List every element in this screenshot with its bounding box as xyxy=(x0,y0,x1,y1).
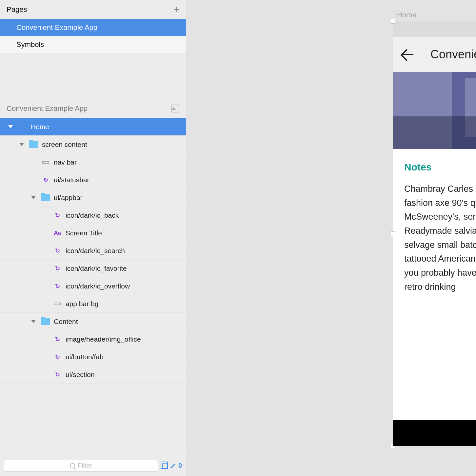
filter-input[interactable]: Filter xyxy=(4,460,158,472)
layer-row[interactable]: ui/appbar xyxy=(0,189,186,207)
layer-row[interactable]: ↻ui/statusbar xyxy=(0,171,186,189)
layer-row[interactable]: ↻image/header/img_office xyxy=(0,330,186,348)
symbol-icon: ↻ xyxy=(55,247,60,254)
duplicate-icon[interactable] xyxy=(162,463,168,469)
layer-row[interactable]: ↻ui/button/fab xyxy=(0,348,186,366)
layer-row[interactable]: AaScreen Title xyxy=(0,224,186,242)
pages-header: Pages + xyxy=(0,0,186,19)
folder-icon xyxy=(41,318,50,325)
status-bar: 12:30 xyxy=(393,21,476,37)
selection-controls: 0 xyxy=(162,462,182,469)
layer-label: ui/appbar xyxy=(54,194,83,202)
pages-header-title: Pages xyxy=(7,5,27,14)
screen-title: Convenient xyxy=(430,48,476,61)
canvas[interactable]: Home 12:30 Convenient ♥ Notes Chambray xyxy=(186,0,476,476)
hero-image xyxy=(393,72,476,149)
content-section: Notes Chambray Carles Terry Gibson balls… xyxy=(393,149,476,306)
selection-count: 0 xyxy=(178,462,182,469)
layer-row[interactable]: nav bar xyxy=(0,153,186,171)
layer-label: icon/dark/ic_back xyxy=(66,211,119,219)
layer-row[interactable]: app bar bg xyxy=(0,295,186,313)
layer-row[interactable]: ↻icon/dark/ic_overflow xyxy=(0,277,186,295)
symbol-icon: ↻ xyxy=(55,353,60,361)
layer-row[interactable]: screen content xyxy=(0,136,186,153)
text-icon: Aa xyxy=(54,230,61,236)
layer-row[interactable]: Home xyxy=(0,118,186,136)
resize-handle[interactable] xyxy=(391,231,395,236)
resize-handle[interactable] xyxy=(391,19,395,24)
layer-label: ui/section xyxy=(66,371,95,379)
symbol-icon: ↻ xyxy=(55,265,60,272)
layer-label: icon/dark/ic_overflow xyxy=(66,282,130,290)
symbol-icon: ↻ xyxy=(55,336,60,343)
layer-row[interactable]: Content xyxy=(0,313,186,330)
page-row[interactable]: Symbols xyxy=(0,36,186,53)
symbol-icon: ↻ xyxy=(55,212,60,219)
section-body: Chambray Carles Terry Gibson balls plaid… xyxy=(404,182,476,294)
filter-hint: Filter xyxy=(78,462,92,469)
scroll-to-artboard-icon[interactable] xyxy=(171,105,179,112)
section-title: Notes xyxy=(404,162,476,173)
layers-panel: Pages + Convenient Example App Symbols C… xyxy=(0,0,186,476)
symbol-icon: ↻ xyxy=(55,371,60,378)
layer-label: ui/button/fab xyxy=(66,353,104,361)
symbol-icon: ↻ xyxy=(43,176,48,184)
add-page-icon[interactable]: + xyxy=(173,5,179,14)
shape-icon xyxy=(42,161,49,164)
folder-icon xyxy=(41,194,50,201)
layer-list: Homescreen contentnav bar↻ui/statusbarui… xyxy=(0,118,186,455)
edit-icon[interactable] xyxy=(169,461,178,470)
layer-label: Home xyxy=(31,123,49,131)
layer-row[interactable]: ↻icon/dark/ic_favorite xyxy=(0,260,186,277)
layer-label: Content xyxy=(54,318,78,326)
layer-row[interactable]: ↻icon/dark/ic_search xyxy=(0,242,186,260)
artboard-group-title: Convenient Example App xyxy=(7,104,88,113)
symbol-icon: ↻ xyxy=(55,283,60,290)
shape-icon xyxy=(54,303,61,305)
nav-bar xyxy=(393,420,476,446)
layer-label: icon/dark/ic_favorite xyxy=(66,265,127,272)
page-row-selected[interactable]: Convenient Example App xyxy=(0,19,186,36)
layer-row[interactable]: ↻icon/dark/ic_back xyxy=(0,207,186,224)
app-bar: Convenient ♥ xyxy=(393,37,476,72)
artboard-label[interactable]: Home xyxy=(397,11,416,19)
artboard-group-header[interactable]: Convenient Example App xyxy=(0,99,186,118)
folder-icon xyxy=(29,141,38,148)
layer-row[interactable]: ↻ui/section xyxy=(0,366,186,384)
layer-label: icon/dark/ic_search xyxy=(66,247,125,255)
layer-label: screen content xyxy=(42,141,87,149)
artboard-home[interactable]: 12:30 Convenient ♥ Notes Chambray Carles… xyxy=(393,21,476,446)
search-icon xyxy=(70,463,75,468)
layer-label: app bar bg xyxy=(66,300,98,308)
back-icon[interactable] xyxy=(402,49,413,60)
layer-label: ui/statusbar xyxy=(54,176,89,184)
layer-label: image/header/img_office xyxy=(66,335,141,343)
layer-label: Screen Title xyxy=(66,229,102,237)
layer-label: nav bar xyxy=(54,158,77,166)
filter-bar: Filter 0 xyxy=(0,455,186,476)
